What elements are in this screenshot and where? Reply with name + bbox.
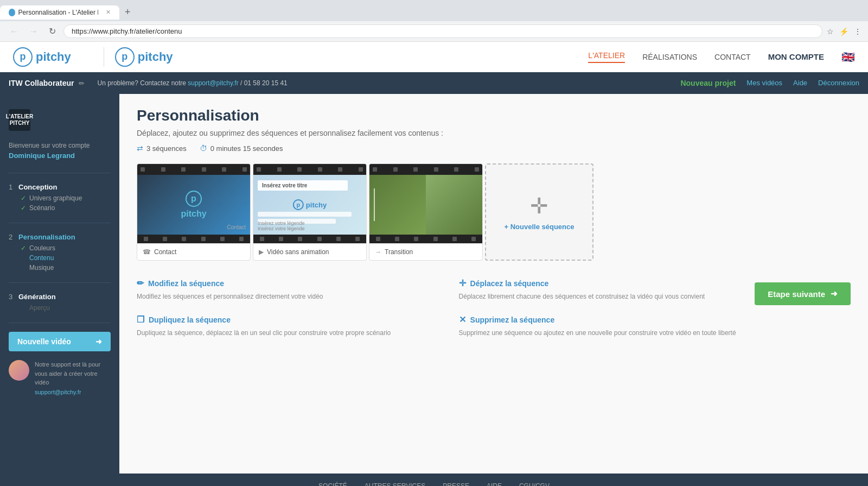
action-duplicate-title[interactable]: ❐ Dupliquez la séquence bbox=[137, 314, 433, 325]
footer: SOCIÉTÉ AUTRES SERVICES PRESSE AIDE CGU/… bbox=[0, 474, 868, 486]
action-move-title[interactable]: ✛ Déplacez la séquence bbox=[459, 278, 755, 288]
action-delete-title[interactable]: ✕ Supprimez la séquence bbox=[459, 314, 755, 325]
film-hole bbox=[413, 167, 418, 172]
action-modify-title[interactable]: ✏ Modifiez la séquence bbox=[137, 278, 433, 288]
action-duplicate-label: Dupliquez la séquence bbox=[149, 315, 231, 324]
contact-label-icon: ☎ bbox=[143, 248, 151, 256]
stat-time: ⏱ 0 minutes 15 secondes bbox=[200, 144, 283, 153]
small-logo-text: pitchy bbox=[306, 201, 327, 209]
seq-card-video[interactable]: Insérez votre titre p pitchy bbox=[253, 163, 367, 261]
support-phone: / 01 58 20 15 41 bbox=[240, 79, 288, 87]
seq-film-bottom-transition bbox=[369, 235, 482, 243]
film-hole bbox=[373, 167, 377, 172]
video-label-text: Vidéo sans animation bbox=[267, 248, 329, 256]
step-3-label: Génération bbox=[18, 293, 111, 301]
plus-icon: ✛ bbox=[530, 193, 548, 218]
transition-bar bbox=[374, 188, 375, 221]
support-prefix: Un problème? Contactez notre bbox=[98, 79, 186, 87]
film-hole bbox=[359, 167, 363, 172]
step-1-label-scenario[interactable]: Scénario bbox=[29, 204, 55, 212]
small-logo-circle: p bbox=[293, 199, 304, 210]
active-tab[interactable]: Personnalisation - L'Atelier Pitchy ✕ bbox=[0, 5, 119, 20]
footer-link-societe[interactable]: SOCIÉTÉ bbox=[318, 482, 347, 486]
browser-chrome: Personnalisation - L'Atelier Pitchy ✕ + … bbox=[0, 0, 868, 42]
film-hole bbox=[202, 167, 206, 172]
film-holes-top-transition bbox=[369, 166, 482, 173]
language-flag[interactable]: 🇬🇧 bbox=[841, 51, 855, 64]
support-link[interactable]: support@pitchy.fr bbox=[35, 389, 81, 395]
next-step-label: Etape suivante bbox=[768, 289, 825, 299]
url-text: https://www.pitchy.fr/atelier/contenu bbox=[72, 27, 814, 35]
edit-project-icon[interactable]: ✏ bbox=[79, 79, 85, 87]
check-icon-univers: ✓ bbox=[21, 194, 26, 202]
new-project-link[interactable]: Nouveau projet bbox=[680, 79, 736, 87]
support-email-link[interactable]: support@pitchy.fr bbox=[188, 79, 238, 87]
footer-link-cgv[interactable]: CGU/CGV bbox=[519, 482, 550, 486]
reload-btn[interactable]: ↻ bbox=[46, 25, 59, 37]
bookmark-icon[interactable]: ☆ bbox=[827, 27, 834, 36]
action-delete: ✕ Supprimez la séquence Supprimez une sé… bbox=[459, 314, 755, 338]
contact-label-text: Contact bbox=[154, 248, 176, 256]
step-1-num: 1 bbox=[9, 183, 18, 191]
footer-links: SOCIÉTÉ AUTRES SERVICES PRESSE AIDE CGU/… bbox=[9, 482, 859, 486]
action-modify-desc: Modifiez les séquences et personnalisez … bbox=[137, 292, 433, 301]
nav-link-compte[interactable]: MON COMPTE bbox=[768, 52, 824, 61]
back-btn[interactable]: ← bbox=[7, 26, 22, 37]
step-2-label-musique[interactable]: Musique bbox=[29, 264, 54, 272]
new-sequence-card[interactable]: ✛ + Nouvelle séquence bbox=[485, 163, 593, 261]
extension-icon[interactable]: ⚡ bbox=[839, 27, 848, 36]
seq-card-transition[interactable]: → Transition bbox=[369, 163, 483, 261]
logo2-text[interactable]: pitchy bbox=[138, 50, 173, 64]
film-hole bbox=[201, 237, 206, 241]
step-1-label-univers[interactable]: Univers graphique bbox=[29, 194, 82, 202]
logo-letter: p bbox=[20, 51, 26, 62]
footer-link-presse[interactable]: PRESSE bbox=[443, 482, 469, 486]
film-hole bbox=[222, 167, 226, 172]
seq-film-top-video bbox=[253, 164, 366, 175]
new-video-button[interactable]: Nouvelle vidéo ➜ bbox=[9, 332, 111, 351]
action-move-label: Déplacez la séquence bbox=[470, 279, 549, 288]
insert-legend-1: Insérez votre légende bbox=[258, 220, 305, 226]
menu-icon[interactable]: ⋮ bbox=[854, 27, 861, 36]
next-step-button[interactable]: Etape suivante ➜ bbox=[755, 282, 851, 305]
support-text: Notre support est là pour vous aider à c… bbox=[35, 360, 111, 387]
nav-link-contact[interactable]: CONTACT bbox=[714, 53, 751, 61]
time-label: 0 minutes 15 secondes bbox=[210, 144, 283, 153]
url-box[interactable]: https://www.pitchy.fr/atelier/contenu bbox=[63, 24, 822, 38]
step-2-content: Personnalisation ✓ Couleurs ✓ Contenu ✓ … bbox=[18, 233, 111, 273]
sidebar-step-3: 3 Génération ✓ Aperçu bbox=[0, 287, 119, 318]
footer-link-aide[interactable]: AIDE bbox=[487, 482, 502, 486]
tab-favicon bbox=[9, 9, 15, 16]
logo2-area: p pitchy bbox=[115, 47, 173, 67]
my-videos-link[interactable]: Mes vidéos bbox=[746, 79, 782, 87]
welcome-text: Bienvenue sur votre compte bbox=[9, 142, 111, 149]
contact-label-overlay: Contact bbox=[227, 224, 246, 230]
seq-card-contact[interactable]: p pitchy Contact bbox=[137, 163, 251, 261]
step-1-item-univers: ✓ Univers graphique bbox=[21, 193, 111, 203]
seq-preview-transition bbox=[369, 175, 482, 235]
insert-title-overlay: Insérez votre titre bbox=[258, 180, 348, 191]
footer-link-autres[interactable]: AUTRES SERVICES bbox=[365, 482, 425, 486]
step-1-content: Conception ✓ Univers graphique ✓ Scénari… bbox=[18, 183, 111, 213]
action-modify: ✏ Modifiez la séquence Modifiez les séqu… bbox=[137, 278, 433, 301]
help-link[interactable]: Aide bbox=[793, 79, 807, 87]
sidebar-user[interactable]: Dominique Legrand bbox=[9, 152, 111, 160]
film-hole bbox=[454, 167, 458, 172]
nav-link-realisations[interactable]: RÉALISATIONS bbox=[642, 53, 697, 61]
tab-close-btn[interactable]: ✕ bbox=[106, 9, 111, 16]
film-hole bbox=[395, 237, 399, 241]
seq-preview-contact: p pitchy Contact bbox=[137, 175, 250, 235]
video-label-icon: ▶ bbox=[259, 248, 264, 256]
nav-link-atelier[interactable]: L'ATELIER bbox=[588, 51, 625, 63]
step-3-label-apercu[interactable]: Aperçu bbox=[29, 304, 50, 312]
step-2-label-contenu[interactable]: Contenu bbox=[29, 254, 54, 262]
forward-btn[interactable]: → bbox=[26, 26, 41, 37]
step-2-label-couleurs[interactable]: Couleurs bbox=[29, 244, 55, 252]
film-hole bbox=[298, 237, 302, 241]
logout-link[interactable]: Déconnexion bbox=[818, 79, 859, 87]
film-hole bbox=[376, 237, 380, 241]
new-tab-btn[interactable]: + bbox=[119, 3, 136, 21]
step-2-item-couleurs: ✓ Couleurs bbox=[21, 243, 111, 253]
logo-text[interactable]: pitchy bbox=[36, 50, 71, 64]
project-name[interactable]: ITW Collaborateur bbox=[9, 79, 74, 87]
